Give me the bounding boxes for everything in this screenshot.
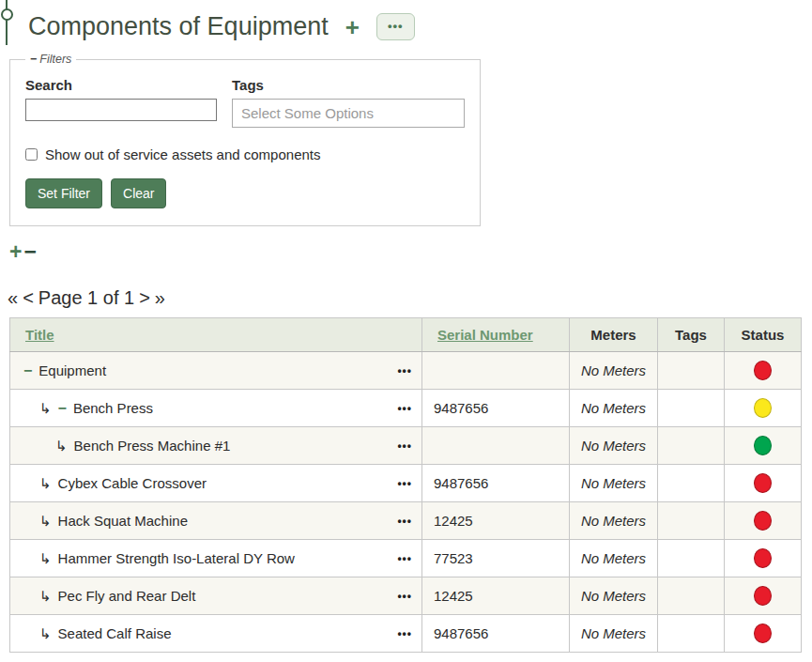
child-arrow-icon: ↳ [55, 438, 68, 454]
row-title[interactable]: Bench Press [73, 400, 153, 416]
status-cell [725, 390, 802, 427]
status-indicator [754, 398, 772, 418]
status-cell [725, 465, 802, 502]
out-of-service-row: Show out of service assets and component… [25, 146, 465, 162]
table-row: ↳ − Equipment ••• No Meters [10, 352, 802, 390]
row-title[interactable]: Seated Calf Raise [58, 625, 172, 641]
pagination: « < Page 1 of 1 > » [8, 287, 812, 309]
prev-page-icon[interactable]: < [23, 287, 34, 309]
column-header-title[interactable]: Title [10, 318, 422, 352]
column-header-tags: Tags [658, 318, 725, 352]
components-table: Title Serial Number Meters Tags Status ↳… [9, 317, 802, 653]
serial-number-cell: 9487656 [422, 465, 570, 502]
tags-cell [658, 427, 725, 465]
meters-cell: No Meters [570, 615, 658, 653]
filters-panel: −Filters Search Tags Show out of service… [9, 53, 481, 226]
row-title[interactable]: Equipment [38, 362, 106, 378]
row-title[interactable]: Cybex Cable Crossover [58, 475, 207, 491]
meters-cell: No Meters [570, 502, 658, 540]
page-header: Components of Equipment + ••• [0, 0, 812, 45]
search-field-group: Search [25, 77, 217, 128]
status-cell [725, 615, 802, 653]
tags-cell [658, 615, 725, 653]
status-indicator [754, 624, 772, 643]
row-menu-button[interactable]: ••• [397, 477, 412, 490]
row-menu-button[interactable]: ••• [397, 515, 412, 528]
add-component-button[interactable]: + [344, 15, 361, 39]
table-row: ↳ − Bench Press Machine #1 ••• No Meters [10, 427, 802, 465]
tags-label: Tags [232, 77, 465, 93]
meters-cell: No Meters [570, 352, 658, 390]
child-arrow-icon: ↳ [39, 588, 52, 605]
column-header-meters: Meters [570, 318, 658, 352]
tags-cell [658, 502, 725, 540]
next-page-icon[interactable]: > [139, 287, 150, 309]
status-indicator [754, 511, 772, 531]
filters-collapse-icon[interactable]: − [30, 53, 37, 66]
table-row: ↳ − Cybex Cable Crossover ••• 9487656 No… [10, 465, 802, 502]
status-indicator [754, 586, 772, 606]
row-menu-button[interactable]: ••• [397, 627, 412, 640]
tags-cell [658, 390, 725, 427]
clear-filter-button[interactable]: Clear [111, 178, 166, 208]
filters-legend-label: Filters [39, 53, 71, 66]
status-indicator [754, 436, 772, 455]
status-indicator [754, 473, 772, 493]
column-header-serial-number[interactable]: Serial Number [422, 318, 570, 352]
tags-cell [658, 352, 725, 390]
table-row: ↳ − Hammer Strength Iso-Lateral DY Row •… [10, 540, 802, 577]
row-title[interactable]: Hammer Strength Iso-Lateral DY Row [58, 550, 295, 566]
collapse-all-icon[interactable]: − [23, 239, 36, 264]
header-more-menu-button[interactable]: ••• [376, 13, 415, 40]
meters-cell: No Meters [570, 577, 658, 615]
row-menu-button[interactable]: ••• [397, 552, 412, 565]
serial-number-cell: 9487656 [422, 390, 570, 427]
serial-number-cell: 12425 [422, 577, 570, 615]
tags-cell [658, 540, 725, 577]
meters-cell: No Meters [570, 540, 658, 577]
row-title[interactable]: Pec Fly and Rear Delt [58, 588, 196, 604]
table-row: ↳ − Bench Press ••• 9487656 No Meters [10, 390, 802, 427]
child-arrow-icon: ↳ [39, 513, 52, 530]
tags-cell [658, 577, 725, 615]
row-menu-button[interactable]: ••• [397, 439, 412, 453]
column-header-status: Status [725, 318, 802, 352]
meters-cell: No Meters [570, 427, 658, 465]
status-cell [725, 540, 802, 577]
tags-field-group: Tags [232, 77, 465, 128]
serial-number-cell: 12425 [422, 502, 570, 540]
table-row: ↳ − Seated Calf Raise ••• 9487656 No Met… [10, 615, 802, 653]
tree-toolbar: +− [9, 241, 812, 263]
serial-number-cell: 9487656 [422, 615, 570, 653]
row-menu-button[interactable]: ••• [397, 590, 412, 603]
set-filter-button[interactable]: Set Filter [25, 178, 102, 208]
search-input[interactable] [25, 99, 217, 121]
child-arrow-icon: ↳ [39, 550, 52, 567]
collapse-row-icon[interactable]: − [23, 362, 32, 379]
table-body: ↳ − Equipment ••• No Meters ↳ − Bench Pr… [10, 352, 802, 653]
meters-cell: No Meters [570, 390, 658, 427]
serial-number-cell: 77523 [422, 540, 570, 577]
first-page-icon[interactable]: « [8, 287, 18, 309]
status-cell [725, 352, 802, 390]
child-arrow-icon: ↳ [39, 475, 52, 492]
search-label: Search [25, 77, 217, 93]
last-page-icon[interactable]: » [155, 287, 165, 309]
tags-select-input[interactable] [232, 99, 465, 128]
filters-legend: −Filters [25, 53, 76, 66]
page-indicator: Page 1 of 1 [38, 287, 134, 309]
child-arrow-icon: ↳ [39, 625, 52, 642]
row-menu-button[interactable]: ••• [397, 364, 412, 377]
show-out-of-service-label: Show out of service assets and component… [45, 146, 321, 162]
child-arrow-icon: ↳ [39, 400, 52, 417]
collapse-row-icon[interactable]: − [58, 400, 67, 417]
table-row: ↳ − Hack Squat Machine ••• 12425 No Mete… [10, 502, 802, 540]
table-header-row: Title Serial Number Meters Tags Status [10, 318, 802, 352]
row-title[interactable]: Hack Squat Machine [58, 513, 188, 529]
row-title[interactable]: Bench Press Machine #1 [74, 438, 231, 454]
tree-node-circle[interactable] [1, 8, 13, 21]
show-out-of-service-checkbox[interactable] [25, 148, 38, 161]
row-menu-button[interactable]: ••• [397, 402, 412, 415]
page-title: Components of Equipment [28, 12, 329, 41]
expand-all-icon[interactable]: + [9, 239, 22, 264]
